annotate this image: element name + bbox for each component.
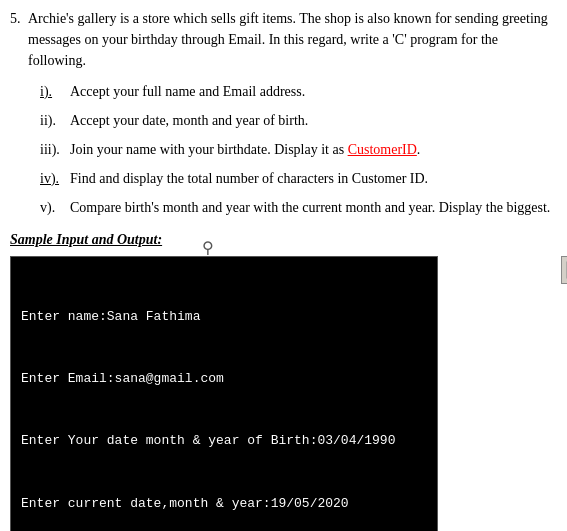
question-number: 5. xyxy=(10,8,28,29)
question-header: 5. Archie's gallery is a store which sel… xyxy=(10,8,557,71)
sub-text-5: Compare birth's month and year with the … xyxy=(70,197,550,218)
sub-item-5: v). Compare birth's month and year with … xyxy=(40,197,557,218)
sample-header: Sample Input and Output: xyxy=(10,232,557,248)
sub-item-2: ii). Accept your date, month and year of… xyxy=(40,110,557,131)
sub-text-4: Find and display the total number of cha… xyxy=(70,168,428,189)
terminal-wrapper: ⚲ Enter name:Sana Fathima Enter Email:sa… xyxy=(10,256,557,531)
sub-number-1: i). xyxy=(40,81,70,102)
sub-text-2: Accept your date, month and year of birt… xyxy=(70,110,308,131)
terminal-line-1: Enter name:Sana Fathima xyxy=(21,307,427,328)
terminal-line-2: Enter Email:sana@gmail.com xyxy=(21,369,427,390)
sub-number-4: iv). xyxy=(40,168,70,189)
sub-item-1: i). Accept your full name and Email addr… xyxy=(40,81,557,102)
terminal-line-4: Enter current date,month & year:19/05/20… xyxy=(21,494,427,515)
sub-number-3: iii). xyxy=(40,139,70,160)
sub-number-2: ii). xyxy=(40,110,70,131)
question-text: Archie's gallery is a store which sells … xyxy=(28,8,557,71)
sub-number-5: v). xyxy=(40,197,70,218)
terminal-line-3: Enter Your date month & year of Birth:03… xyxy=(21,431,427,452)
sub3-text-before: Join your name with your birthdate. Disp… xyxy=(70,142,348,157)
anchor-icon: ⚲ xyxy=(202,238,214,257)
sub-text-1: Accept your full name and Email address. xyxy=(70,81,305,102)
sub-text-3: Join your name with your birthdate. Disp… xyxy=(70,139,420,160)
sub-questions: i). Accept your full name and Email addr… xyxy=(40,81,557,218)
sub-item-4: iv). Find and display the total number o… xyxy=(40,168,557,189)
terminal-container: Enter name:Sana Fathima Enter Email:sana… xyxy=(10,256,438,531)
sub3-text-after: . xyxy=(417,142,421,157)
scroll-icon[interactable] xyxy=(561,256,567,284)
sub-item-3: iii). Join your name with your birthdate… xyxy=(40,139,557,160)
customerid-link: CustomerID xyxy=(348,142,417,157)
